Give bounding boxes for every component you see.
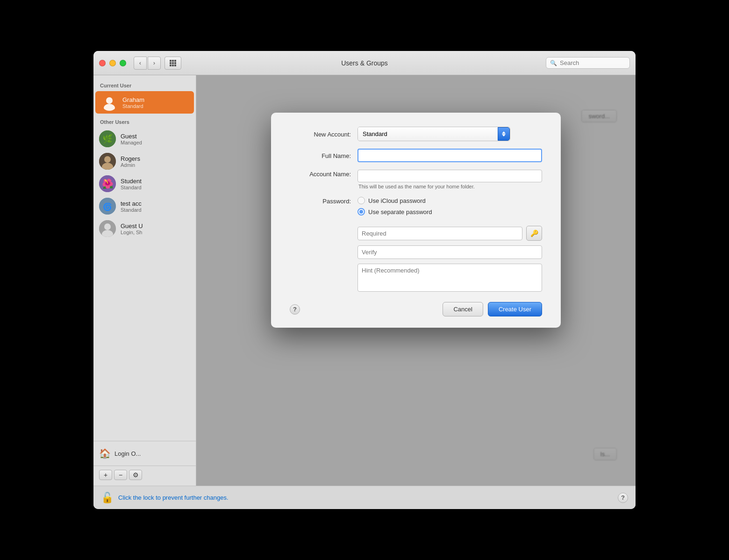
radio-separate-row[interactable]: Use separate password <box>357 208 542 215</box>
select-arrows-icon <box>498 127 510 141</box>
svg-rect-5 <box>174 62 176 64</box>
radio-separate-label: Use separate password <box>368 208 432 215</box>
add-user-button[interactable]: + <box>99 470 112 480</box>
account-name-label: Account Name: <box>290 170 357 178</box>
sidebar-item-student[interactable]: 🌺 Student Standard <box>93 172 196 195</box>
sidebar-item-graham[interactable]: Graham Standard <box>95 91 194 114</box>
svg-rect-8 <box>174 65 176 66</box>
remove-user-button[interactable]: − <box>114 470 127 480</box>
full-name-row: Full Name: <box>290 149 542 162</box>
main-content: Current User Graham Standard Other Users <box>93 75 636 486</box>
search-icon: 🔍 <box>550 60 557 66</box>
search-bar[interactable]: 🔍 <box>546 57 630 69</box>
sidebar-item-guest[interactable]: 🌿 Guest Managed <box>93 128 196 150</box>
user-info-rogers: Rogers Admin <box>121 155 140 168</box>
verify-password-input[interactable] <box>357 245 542 259</box>
maximize-button[interactable] <box>120 60 126 66</box>
avatar-graham <box>101 94 118 111</box>
username-guestuser: Guest U <box>121 223 143 230</box>
username-graham: Graham <box>122 96 144 103</box>
right-panel: sword... ls... New Account: Standar <box>196 75 636 486</box>
home-icon: 🏠 <box>99 448 111 459</box>
radio-dot <box>359 210 363 214</box>
verify-password-row <box>357 245 542 259</box>
lock-text[interactable]: Click the lock to prevent further change… <box>118 494 229 501</box>
sidebar-item-guestuser[interactable]: Guest U Login, Sh <box>93 217 196 240</box>
other-users-label: Other Users <box>93 117 196 128</box>
account-name-hint: This will be used as the name for your h… <box>357 184 542 189</box>
account-name-input[interactable] <box>357 170 542 182</box>
svg-rect-6 <box>170 65 172 66</box>
avatar-guest: 🌿 <box>99 130 116 147</box>
svg-rect-4 <box>172 62 174 64</box>
arrow-up-icon <box>502 131 506 134</box>
avatar-testacc: 🌀 <box>99 198 116 215</box>
back-button[interactable]: ‹ <box>134 57 147 70</box>
search-input[interactable] <box>560 59 626 66</box>
radio-separate-button[interactable] <box>357 208 365 215</box>
account-name-group: This will be used as the name for your h… <box>357 170 542 189</box>
user-info-student: Student Standard <box>121 178 142 190</box>
svg-text:🌀: 🌀 <box>103 202 112 211</box>
full-name-label: Full Name: <box>290 151 357 159</box>
account-type-select-wrap[interactable]: Standard <box>357 127 510 141</box>
login-options-label: Login O... <box>114 450 141 457</box>
userrole-rogers: Admin <box>121 162 140 168</box>
sidebar-item-rogers[interactable]: Rogers Admin <box>93 150 196 172</box>
key-button[interactable]: 🔑 <box>526 226 542 241</box>
main-window: ‹ › Users & Groups 🔍 Current User <box>93 51 636 509</box>
svg-rect-3 <box>170 62 172 64</box>
nav-buttons: ‹ › <box>134 57 161 70</box>
close-button[interactable] <box>99 60 106 66</box>
required-password-input[interactable] <box>357 227 522 240</box>
hint-input[interactable] <box>357 264 542 292</box>
svg-text:🌿: 🌿 <box>102 134 113 144</box>
footer-buttons: Cancel Create User <box>443 302 542 316</box>
dialog-footer: ? Cancel Create User <box>290 302 542 316</box>
sidebar-actions: + − ⚙ <box>93 466 196 486</box>
sidebar-item-testacc[interactable]: 🌀 test acc Standard <box>93 195 196 217</box>
minimize-button[interactable] <box>109 60 116 66</box>
dialog-help-button[interactable]: ? <box>290 304 300 315</box>
svg-point-15 <box>104 156 111 163</box>
arrow-down-icon <box>502 134 506 136</box>
avatar-guestuser <box>99 220 116 237</box>
settings-button[interactable]: ⚙ <box>129 470 142 480</box>
userrole-graham: Standard <box>122 103 144 109</box>
svg-point-22 <box>104 223 111 230</box>
username-student: Student <box>121 178 142 185</box>
userrole-guest: Managed <box>121 140 142 145</box>
password-row: Password: Use iCloud password Use separa <box>290 197 542 292</box>
username-guest: Guest <box>121 133 142 140</box>
full-name-group <box>357 149 542 162</box>
svg-rect-0 <box>170 60 172 62</box>
password-fields: 🔑 <box>357 226 542 292</box>
traffic-lights <box>99 60 126 66</box>
create-user-button[interactable]: Create User <box>488 302 542 316</box>
new-account-label: New Account: <box>290 130 357 138</box>
svg-rect-7 <box>172 65 174 66</box>
userrole-testacc: Standard <box>121 207 142 213</box>
login-options-button[interactable]: 🏠 Login O... <box>99 446 190 461</box>
username-rogers: Rogers <box>121 155 140 162</box>
username-testacc: test acc <box>121 200 142 207</box>
cancel-button[interactable]: Cancel <box>443 302 483 316</box>
create-user-dialog: New Account: Standard <box>271 113 561 328</box>
password-label: Password: <box>290 197 357 205</box>
svg-rect-2 <box>174 60 176 62</box>
sidebar-bottom: 🏠 Login O... <box>93 441 196 466</box>
svg-text:🌺: 🌺 <box>102 178 114 189</box>
userrole-student: Standard <box>121 185 142 190</box>
dialog-overlay: New Account: Standard <box>196 75 636 486</box>
account-type-select[interactable]: Standard <box>358 127 498 141</box>
full-name-input[interactable] <box>357 149 542 162</box>
grid-view-button[interactable] <box>164 57 181 70</box>
avatar-student: 🌺 <box>99 175 116 192</box>
forward-button[interactable]: › <box>148 57 161 70</box>
svg-rect-1 <box>172 60 174 62</box>
new-account-row: New Account: Standard <box>290 127 542 141</box>
radio-icloud-button[interactable] <box>357 197 365 204</box>
help-button[interactable]: ? <box>618 493 628 503</box>
radio-icloud-row[interactable]: Use iCloud password <box>357 197 542 204</box>
avatar-rogers <box>99 153 116 170</box>
